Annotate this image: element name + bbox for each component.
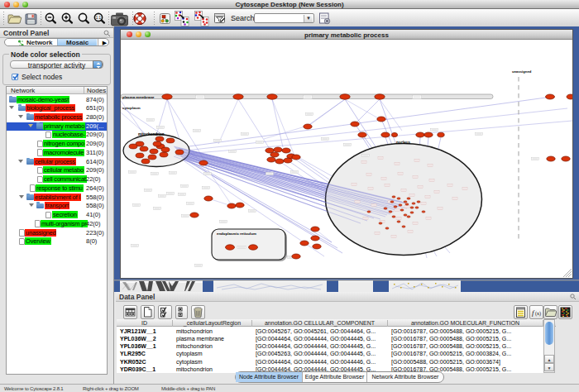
svg-text:cytoplasm: cytoplasm [122, 106, 141, 110]
svg-text:mitochondrion: mitochondrion [138, 132, 165, 136]
svg-text:unassigned: unassigned [512, 69, 532, 74]
svg-text:1:1: 1:1 [96, 16, 102, 20]
svg-text:endoplasmic reticulum: endoplasmic reticulum [217, 232, 256, 236]
svg-text:nucleus: nucleus [396, 141, 411, 145]
svg-text:plasma membrane: plasma membrane [122, 95, 155, 99]
svg-text:(x): (x) [535, 311, 541, 317]
